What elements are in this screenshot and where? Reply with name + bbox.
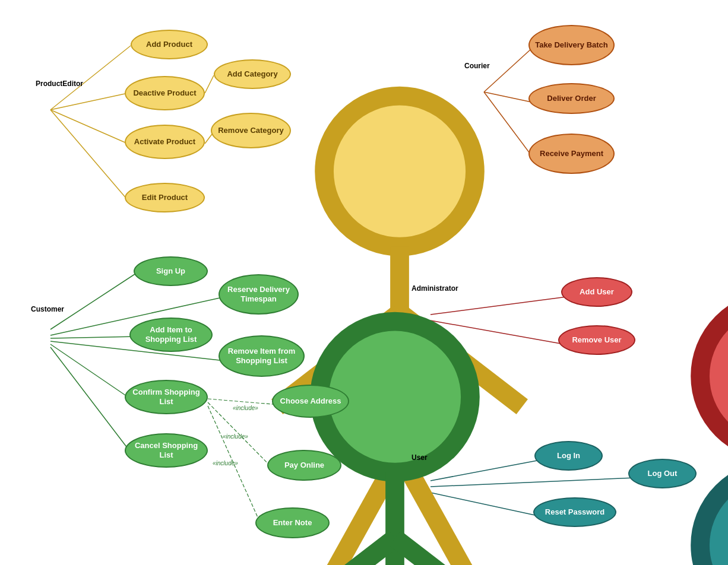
svg-line-6 <box>484 49 531 92</box>
svg-line-31 <box>706 295 728 389</box>
svg-line-28 <box>400 454 494 565</box>
svg-line-38 <box>395 538 517 565</box>
ellipse-cancel-shopping: Cancel Shopping List <box>125 433 208 468</box>
svg-line-21 <box>431 478 635 487</box>
ellipse-remove-user: Remove User <box>558 325 635 355</box>
actor-administrator: Administrator <box>412 282 458 293</box>
svg-line-3 <box>50 110 128 200</box>
svg-line-26 <box>400 313 522 407</box>
svg-line-37 <box>273 538 395 565</box>
ellipse-add-user: Add User <box>561 277 632 307</box>
ellipse-add-category: Add Category <box>214 59 291 89</box>
ellipse-deliver-order: Deliver Order <box>528 83 615 114</box>
svg-line-8 <box>484 92 531 155</box>
ellipse-edit-product: Edit Product <box>125 183 205 212</box>
ellipse-deactive-product: Deactive Product <box>125 76 205 110</box>
svg-point-47 <box>700 470 728 565</box>
svg-line-20 <box>431 460 540 481</box>
ellipse-remove-category: Remove Category <box>211 113 291 148</box>
svg-line-1 <box>50 93 128 110</box>
svg-line-2 <box>50 110 128 144</box>
actor-courier: Courier <box>464 59 490 70</box>
ellipse-choose-address: Choose Address <box>272 385 349 418</box>
ellipse-activate-product: Activate Product <box>125 125 205 159</box>
ellipse-add-item-shopping: Add Item to Shopping List <box>129 318 213 352</box>
ellipse-receive-payment: Receive Payment <box>528 134 615 174</box>
svg-line-22 <box>431 493 540 516</box>
svg-line-18 <box>431 297 567 315</box>
ellipse-log-out: Log Out <box>628 459 697 488</box>
include-label-2: «include» <box>223 433 248 440</box>
ellipse-reset-password: Reset Password <box>533 497 616 527</box>
svg-point-41 <box>700 301 728 452</box>
actor-customer: Customer <box>31 303 64 313</box>
ellipse-confirm-shopping: Confirm Shopping List <box>125 380 208 414</box>
ellipse-log-in: Log In <box>534 441 603 471</box>
svg-line-43 <box>653 518 728 565</box>
svg-line-19 <box>431 320 564 344</box>
svg-line-15 <box>208 399 279 405</box>
ellipse-reserve-delivery: Reserve Delivery Timespan <box>219 274 299 315</box>
svg-line-7 <box>484 92 531 102</box>
svg-point-23 <box>324 96 475 247</box>
ellipse-enter-note: Enter Note <box>255 507 330 538</box>
svg-line-13 <box>50 344 131 399</box>
ellipse-add-product: Add Product <box>131 30 208 59</box>
svg-line-11 <box>50 337 137 338</box>
ellipse-remove-item-shopping: Remove Item from Shopping List <box>219 335 305 377</box>
actor-product-editor: ProductEditor <box>36 77 83 88</box>
svg-line-14 <box>50 347 131 452</box>
ellipse-pay-online: Pay Online <box>267 450 341 481</box>
actor-user: User <box>412 451 428 462</box>
ellipse-sign-up: Sign Up <box>134 256 208 286</box>
include-label-1: «include» <box>233 405 258 411</box>
svg-line-4 <box>205 75 214 93</box>
svg-line-9 <box>50 273 137 329</box>
include-label-3: «include» <box>213 460 238 466</box>
ellipse-take-delivery-batch: Take Delivery Batch <box>528 25 615 65</box>
